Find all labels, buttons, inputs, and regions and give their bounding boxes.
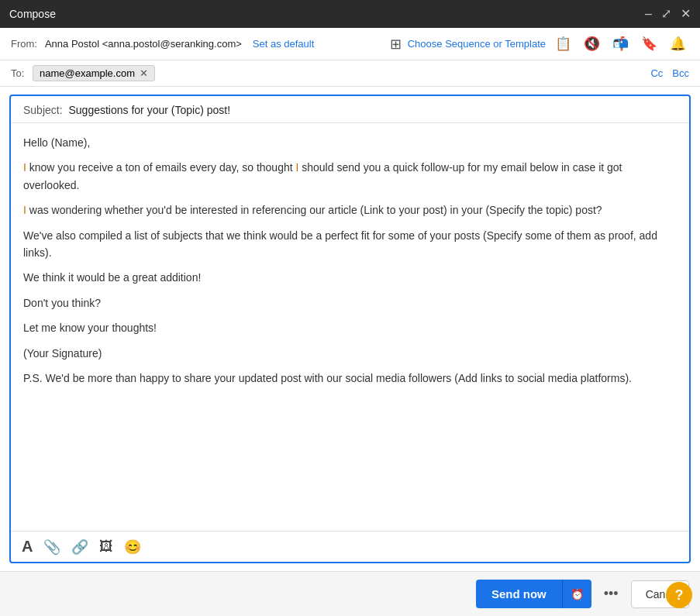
paragraph-5: Don't you think? (23, 294, 677, 311)
compose-body: Subject: Suggestions for your (Topic) po… (9, 95, 691, 563)
send-schedule-button[interactable]: ⏰ (562, 580, 591, 608)
para2-text: was wondering whether you'd be intereste… (26, 204, 602, 216)
from-row: From: Anna Postol <anna.postol@seranking… (0, 28, 700, 60)
paragraph-2: I was wondering whether you'd be interes… (23, 201, 677, 219)
titlebar: Compose – ⤢ ✕ (0, 0, 700, 28)
bookmark-icon[interactable]: 🔖 (638, 34, 660, 53)
paragraph-4: We think it would be a great addition! (23, 269, 677, 286)
to-row: To: name@example.com ✕ Cc Bcc (0, 60, 700, 87)
help-icon[interactable]: ? (666, 582, 692, 608)
maximize-button[interactable]: ⤢ (661, 8, 671, 20)
cc-link[interactable]: Cc (650, 67, 663, 79)
mute-icon[interactable]: 🔇 (581, 34, 603, 53)
remove-recipient-button[interactable]: ✕ (140, 67, 148, 79)
subject-label: Subject: (23, 104, 63, 116)
from-row-right: ⊞ Choose Sequence or Template 📋 🔇 📬 🔖 🔔 (390, 34, 689, 53)
from-label: From: (11, 38, 37, 50)
help-label: ? (675, 587, 684, 604)
format-toolbar: A 📎 🔗 🖼 😊 (11, 531, 689, 562)
paragraph-3: We've also compiled a list of subjects t… (23, 227, 677, 262)
email-content[interactable]: Hello (Name), I know you receive a ton o… (11, 123, 689, 531)
send-more-options-button[interactable]: ••• (598, 581, 625, 607)
inbox-icon[interactable]: 📬 (609, 34, 632, 53)
font-format-icon[interactable]: A (22, 538, 33, 556)
from-address: Anna Postol <anna.postol@seranking.com> (45, 38, 242, 50)
paragraph-7: (Your Signature) (23, 345, 677, 362)
greeting: Hello (Name), (23, 134, 677, 151)
paragraph-6: Let me know your thoughts! (23, 319, 677, 336)
image-insert-icon[interactable]: 🖼 (99, 539, 113, 555)
para1-text1: know you receive a ton of emails every d… (26, 161, 296, 174)
subject-value: Suggestions for your (Topic) post! (68, 104, 230, 116)
set-as-default-link[interactable]: Set as default (253, 38, 315, 50)
attach-icon[interactable]: 📎 (43, 539, 60, 556)
window-title: Compose (9, 8, 56, 20)
minimize-button[interactable]: – (645, 8, 652, 20)
compose-window: Compose – ⤢ ✕ From: Anna Postol <anna.po… (0, 0, 700, 616)
recipient-email: name@example.com (40, 67, 135, 79)
choose-sequence-link[interactable]: Choose Sequence or Template (408, 38, 546, 50)
send-button-group: Send now ⏰ (476, 580, 591, 608)
close-button[interactable]: ✕ (681, 8, 691, 20)
to-row-right: Cc Bcc (650, 67, 689, 79)
link-icon[interactable]: 🔗 (71, 539, 88, 556)
calendar-icon[interactable]: 📋 (552, 34, 574, 53)
paragraph-1: I know you receive a ton of emails every… (23, 159, 677, 194)
send-now-button[interactable]: Send now (476, 580, 562, 608)
bell-icon[interactable]: 🔔 (667, 34, 689, 53)
recipient-chip: name@example.com ✕ (33, 65, 155, 81)
to-label: To: (11, 67, 26, 79)
bcc-link[interactable]: Bcc (672, 67, 689, 79)
sequence-icon: ⊞ (390, 36, 402, 53)
emoji-icon[interactable]: 😊 (124, 539, 141, 556)
subject-row: Subject: Suggestions for your (Topic) po… (11, 96, 689, 123)
bottom-bar: Send now ⏰ ••• Can... (0, 571, 700, 616)
paragraph-8: P.S. We'd be more than happy to share yo… (23, 370, 677, 387)
titlebar-controls: – ⤢ ✕ (645, 8, 691, 20)
